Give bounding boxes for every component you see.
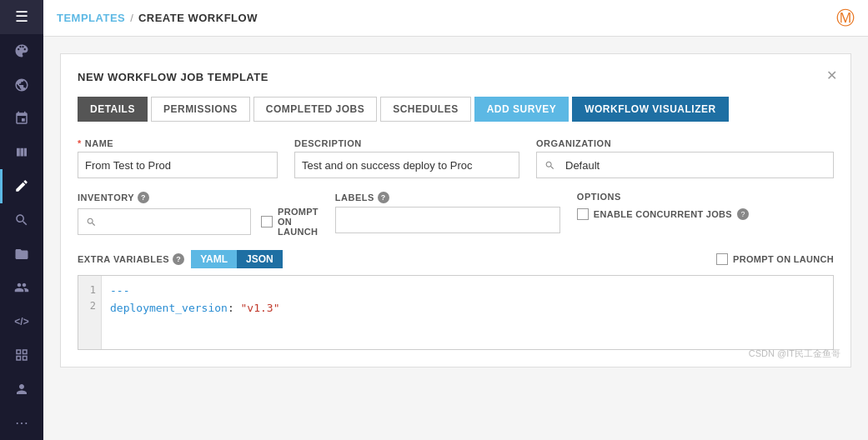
sidebar: ☰ </> ⋯ <box>0 0 43 440</box>
watermark: CSDN @IT民工金鱼哥 <box>749 348 840 360</box>
code-icon[interactable]: </> <box>0 304 43 338</box>
line-num-2: 2 <box>83 298 96 314</box>
json-format-button[interactable]: JSON <box>237 250 283 268</box>
labels-group: LABELS ? <box>335 192 560 233</box>
options-label: OPTIONS <box>577 192 834 202</box>
inv-help-icon[interactable]: ? <box>138 192 149 203</box>
close-button[interactable]: ✕ <box>826 68 837 83</box>
columns-icon[interactable] <box>0 135 43 169</box>
folder-icon[interactable] <box>0 237 43 271</box>
name-label: * NAME <box>78 138 278 148</box>
name-input[interactable] <box>78 152 278 178</box>
tab-permissions[interactable]: PERMISSIONS <box>151 97 250 122</box>
org-group: ORGANIZATION <box>536 138 834 178</box>
labels-label: LABELS ? <box>335 192 560 203</box>
concurrent-jobs-checkbox[interactable] <box>577 208 589 220</box>
extra-vars-label-row: EXTRA VARIABLES ? YAML JSON <box>78 250 283 268</box>
org-input-wrapper <box>536 152 834 178</box>
motorola-logo: Ⓜ <box>836 6 855 31</box>
breadcrumb: TEMPLATES / CREATE WORKFLOW <box>57 12 258 24</box>
network-icon[interactable] <box>0 68 43 102</box>
inv-input-wrapper <box>78 208 251 235</box>
org-input[interactable] <box>562 152 833 178</box>
grid-icon[interactable] <box>0 338 43 372</box>
main-area: TEMPLATES / CREATE WORKFLOW Ⓜ NEW WORKFL… <box>43 0 868 440</box>
required-star: * <box>78 138 82 148</box>
people-icon[interactable] <box>0 271 43 305</box>
code-editor[interactable]: 1 2 --- deployment_version: "v1.3" <box>78 275 834 350</box>
yaml-format-button[interactable]: YAML <box>191 250 237 268</box>
name-group: * NAME <box>78 138 278 178</box>
inv-input[interactable] <box>103 209 250 234</box>
extra-vars-prompt-row: PROMPT ON LAUNCH <box>716 253 834 265</box>
extra-vars-section: EXTRA VARIABLES ? YAML JSON PROMPT ON LA… <box>78 250 834 350</box>
breadcrumb-current: CREATE WORKFLOW <box>138 12 258 24</box>
form-card: NEW WORKFLOW JOB TEMPLATE ✕ DETAILS PERM… <box>60 53 851 368</box>
edit-icon[interactable] <box>0 169 43 203</box>
inv-group: INVENTORY ? PROMPT ON LAUNCH <box>78 192 319 237</box>
inv-label-row: INVENTORY ? <box>78 192 319 203</box>
tab-add-survey[interactable]: ADD SURVEY <box>474 97 569 122</box>
concurrent-jobs-help-icon[interactable]: ? <box>737 208 749 220</box>
org-search-icon <box>537 160 562 171</box>
tab-details[interactable]: DETAILS <box>78 97 148 122</box>
tab-workflow-visualizer[interactable]: WORKFLOW VISUALIZER <box>572 97 728 122</box>
extra-vars-prompt-checkbox[interactable] <box>716 253 728 265</box>
breadcrumb-separator: / <box>130 12 133 24</box>
desc-label: DESCRIPTION <box>294 138 519 148</box>
magnify-icon[interactable] <box>0 203 43 238</box>
tab-schedules[interactable]: SCHEDULES <box>380 97 471 122</box>
tab-completed-jobs[interactable]: COMPLETED JOBS <box>253 97 377 122</box>
format-toggle: YAML JSON <box>191 250 283 268</box>
line-num-1: 1 <box>83 282 96 298</box>
person-icon[interactable] <box>0 372 43 407</box>
extra-vars-label: EXTRA VARIABLES ? <box>78 253 184 265</box>
org-label: ORGANIZATION <box>536 138 834 148</box>
inv-prompt-checkbox[interactable] <box>261 216 273 228</box>
inv-prompt-label: PROMPT ON LAUNCH <box>278 207 319 237</box>
breadcrumb-templates-link[interactable]: TEMPLATES <box>57 12 125 24</box>
form-tabs: DETAILS PERMISSIONS COMPLETED JOBS SCHED… <box>78 97 834 122</box>
extra-vars-help-icon[interactable]: ? <box>173 253 184 265</box>
code-content[interactable]: --- deployment_version: "v1.3" <box>102 276 288 349</box>
calendar-icon[interactable] <box>0 102 43 136</box>
menu-icon[interactable]: ☰ <box>0 0 43 34</box>
extra-vars-header: EXTRA VARIABLES ? YAML JSON PROMPT ON LA… <box>78 250 834 268</box>
desc-input[interactable] <box>294 152 519 178</box>
header: TEMPLATES / CREATE WORKFLOW Ⓜ <box>43 0 868 37</box>
form-row-1: * NAME DESCRIPTION ORGANIZATION <box>78 138 834 178</box>
options-group: OPTIONS ENABLE CONCURRENT JOBS ? <box>577 192 834 220</box>
concurrent-jobs-label: ENABLE CONCURRENT JOBS <box>594 209 732 219</box>
form-row-2: INVENTORY ? PROMPT ON LAUNCH <box>78 192 834 237</box>
line-numbers: 1 2 <box>78 276 102 349</box>
content-area: NEW WORKFLOW JOB TEMPLATE ✕ DETAILS PERM… <box>43 37 868 440</box>
labels-input[interactable] <box>335 207 560 233</box>
desc-group: DESCRIPTION <box>294 138 519 178</box>
inv-search-icon <box>78 217 103 228</box>
extra-vars-prompt-label: PROMPT ON LAUNCH <box>733 254 834 264</box>
more-icon[interactable]: ⋯ <box>0 406 43 440</box>
concurrent-jobs-row: ENABLE CONCURRENT JOBS ? <box>577 208 834 220</box>
inv-prompt-row: PROMPT ON LAUNCH <box>261 207 319 237</box>
palette-icon[interactable] <box>0 34 43 68</box>
labels-help-icon[interactable]: ? <box>378 192 389 203</box>
form-title: NEW WORKFLOW JOB TEMPLATE <box>78 71 834 83</box>
